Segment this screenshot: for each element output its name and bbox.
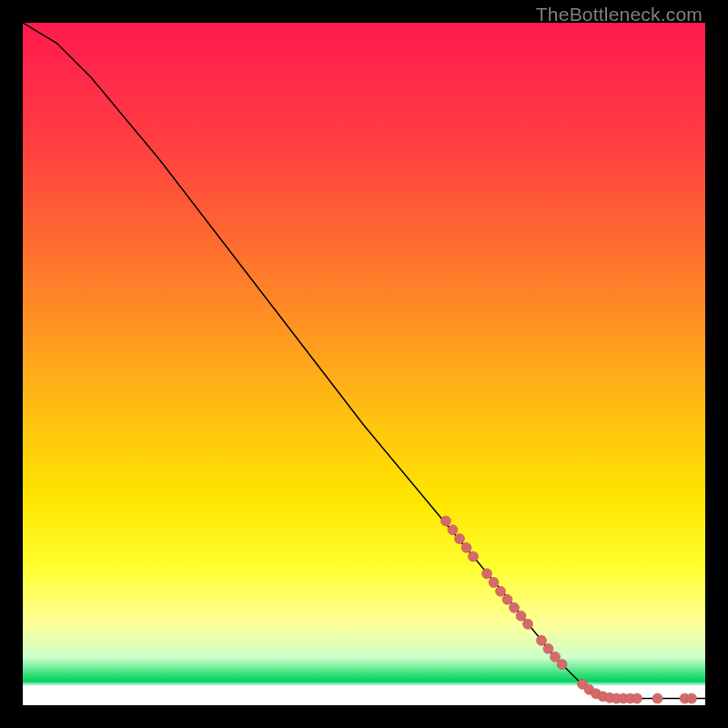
data-marker — [510, 602, 520, 612]
data-marker — [632, 693, 642, 703]
data-marker — [557, 660, 567, 670]
plot-area — [23, 23, 705, 705]
data-marker — [496, 586, 506, 596]
data-marker — [652, 693, 662, 703]
data-marker — [523, 619, 533, 629]
data-markers — [441, 516, 697, 703]
data-curve — [23, 23, 705, 699]
data-marker — [461, 542, 471, 552]
data-marker — [502, 594, 512, 604]
data-marker — [687, 693, 697, 703]
data-marker — [441, 516, 451, 526]
data-marker — [469, 551, 479, 561]
data-marker — [482, 569, 492, 579]
data-marker — [448, 525, 458, 535]
data-marker — [543, 643, 553, 653]
data-marker — [537, 635, 547, 645]
data-marker — [516, 611, 526, 621]
chart-svg — [23, 23, 705, 705]
data-marker — [489, 578, 499, 588]
chart-frame: TheBottleneck.com — [0, 0, 728, 728]
data-marker — [455, 534, 465, 544]
